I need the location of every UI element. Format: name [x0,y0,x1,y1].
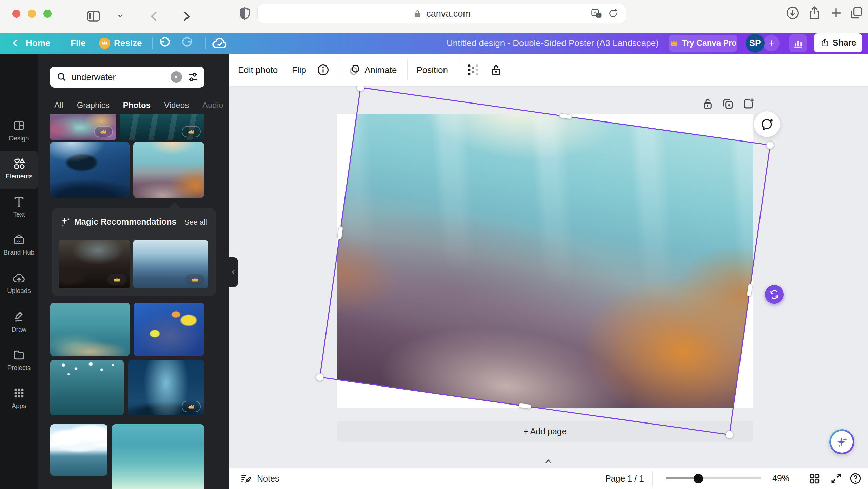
sidebar-toggle-icon[interactable] [85,8,102,24]
tab-photos[interactable]: Photos [123,100,151,115]
edit-photo-button[interactable]: Edit photo [238,65,278,75]
add-page-icon[interactable] [742,97,755,110]
back-button[interactable] [146,7,163,25]
shield-icon[interactable] [237,6,252,21]
help-icon[interactable] [849,472,862,485]
zoom-slider-track[interactable] [698,477,761,479]
sidebar-rail: Design Elements Text co. Brand Hub Uploa… [0,54,38,489]
transparency-checker-icon[interactable] [466,63,480,77]
grid-view-icon[interactable] [808,472,821,485]
comment-button[interactable] [754,111,780,137]
chevron-left-icon [230,268,237,276]
search-bar[interactable] [50,67,204,88]
duplicate-page-icon[interactable] [722,97,734,110]
photo-thumbnail[interactable] [50,142,130,198]
info-icon[interactable] [316,63,330,77]
zoom-slider-track-filled[interactable] [666,477,698,479]
tab-audio[interactable]: Audio [202,100,223,115]
photo-thumbnail[interactable] [128,360,204,415]
chevron-down-icon[interactable] [115,11,125,21]
redo-button[interactable] [181,33,195,54]
photo-thumbnail[interactable] [50,360,124,415]
close-window-button[interactable] [12,10,20,18]
back-home-chevron-icon[interactable] [10,33,20,54]
flip-button[interactable]: Flip [292,65,306,75]
animate-button[interactable]: Animate [364,65,397,75]
crown-icon [99,38,110,49]
photo-thumbnail[interactable] [120,114,204,140]
minimize-window-button[interactable] [28,10,36,18]
photo-thumbnail[interactable] [50,114,116,140]
sidebar-item-uploads[interactable]: Uploads [0,271,38,295]
tabs-overview-icon[interactable] [849,5,864,20]
reload-icon[interactable] [607,7,619,20]
zoom-percent[interactable]: 49% [772,473,789,483]
rotate-handle[interactable] [765,285,784,304]
home-button[interactable]: Home [26,33,50,54]
undo-button[interactable] [157,33,171,54]
sidebar-item-brand-hub[interactable]: co. Brand Hub [0,233,38,256]
design-page[interactable] [337,114,753,408]
share-icon[interactable] [807,5,822,20]
design-title[interactable]: Untitled design - Double-Sided Poster (A… [407,33,698,54]
notes-button[interactable]: Notes [257,474,279,484]
sidebar-item-text[interactable]: Text [0,195,38,218]
photo-thumbnail[interactable] [134,303,204,356]
sidebar-item-projects[interactable]: Projects [0,348,38,372]
tab-graphics[interactable]: Graphics [77,100,110,115]
cloud-saved-icon[interactable] [212,33,228,54]
clear-search-icon[interactable] [171,71,182,83]
file-button[interactable]: File [71,33,86,54]
avatar[interactable]: SP [746,34,765,53]
svg-text:co.: co. [17,238,21,242]
resize-handle-bottom-left[interactable] [315,373,324,381]
new-tab-icon[interactable] [829,5,844,20]
position-button[interactable]: Position [416,65,448,75]
search-input[interactable] [72,72,150,82]
apps-grid-icon [12,386,26,400]
insights-chart-button[interactable] [789,34,807,52]
add-page-button[interactable]: + Add page [337,421,753,442]
pro-crown-badge [185,274,204,285]
collapse-statusbar-chevron-icon[interactable] [542,457,554,466]
see-all-link[interactable]: See all [184,218,207,227]
share-button[interactable]: Share [814,33,862,52]
tab-all[interactable]: All [54,100,63,115]
magic-recommendations-title: Magic Recommendations [74,217,176,227]
panel-collapse-tab[interactable] [229,257,238,287]
photo-thumbnail[interactable] [50,424,107,476]
magic-assistant-button[interactable] [829,429,854,454]
resize-button[interactable]: Resize [99,33,142,54]
download-icon[interactable] [785,5,800,20]
photo-thumbnail[interactable] [112,424,204,489]
sidebar-item-design[interactable]: Design [0,119,38,142]
svg-text:A: A [594,10,597,15]
zoom-slider-thumb[interactable] [694,474,703,483]
fullscreen-icon[interactable] [830,472,842,485]
sidebar-item-elements[interactable]: Elements [0,157,38,180]
canva-editor-window: canva.com Ax Home File Resi [0,0,868,489]
try-canva-pro-button[interactable]: Try Canva Pro [669,35,737,52]
browser-chrome: canva.com Ax [0,0,868,33]
bar-chart-icon [793,38,803,48]
selected-photo-element[interactable] [337,114,753,408]
resize-handle-top-right[interactable] [766,140,774,149]
share-up-icon [820,38,829,48]
photo-thumbnail[interactable] [133,240,208,288]
sidebar-item-apps[interactable]: Apps [0,386,38,410]
statusbar-divider [652,471,653,486]
add-member-button[interactable]: + [763,35,780,51]
translate-icon[interactable]: Ax [590,7,603,20]
sidebar-item-draw[interactable]: Draw [0,310,38,333]
zoom-window-button[interactable] [43,10,52,18]
lock-icon[interactable] [489,63,503,77]
photo-thumbnail[interactable] [59,240,130,288]
page-indicator[interactable]: Page 1 / 1 [605,468,644,489]
forward-button[interactable] [177,7,195,25]
photo-thumbnail[interactable] [50,303,130,356]
lock-open-icon[interactable] [701,97,714,110]
photo-thumbnail-selected[interactable] [133,142,204,198]
url-bar[interactable]: canva.com Ax [258,4,626,23]
filter-sliders-icon[interactable] [187,71,199,83]
tab-videos[interactable]: Videos [164,100,189,115]
